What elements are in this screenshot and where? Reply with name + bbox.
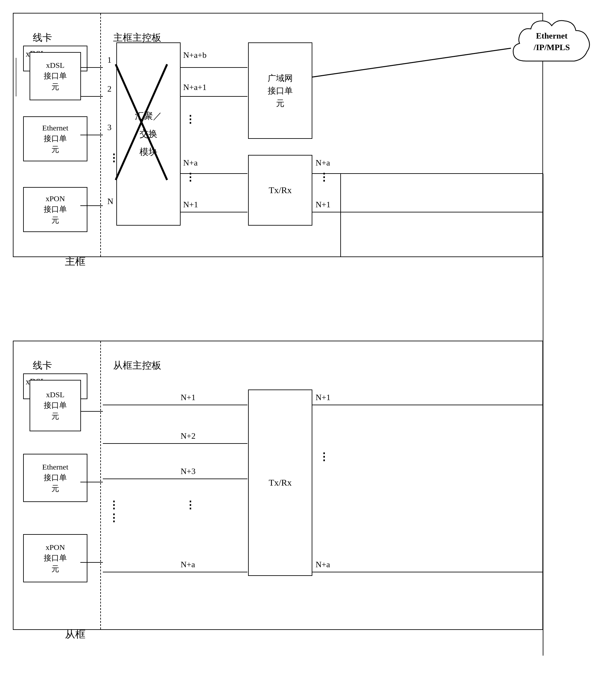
main-xpon-label: xPON接口单元 [44,193,67,226]
main-ethernet-box: Ethernet接口单元 [23,116,87,161]
main-wan-label: 广域网接口单元 [268,72,293,110]
sub-frame-bottom-label: 从框 [65,627,86,642]
main-port-Nab: N+a+b [183,50,206,60]
main-xdsl-inner-box: xDSL接口单元 [29,52,81,100]
main-frame-bottom-label: 主框 [65,255,86,269]
main-port-3: 3 [107,123,111,132]
main-port-N1-right: N+1 [315,200,330,210]
main-port-N: N [107,197,113,206]
main-txrx-label: Tx/Rx [269,185,292,195]
main-port-Na: N+a [183,158,198,168]
sub-ethernet-box: Ethernet接口单元 [23,454,87,502]
sub-port-Na-right: N+a [315,560,330,569]
sub-ellipsis-mid: ⋮ [185,499,196,511]
sub-ellipsis-left2: ⋮ [109,512,119,524]
sub-xpon-label: xPON接口单元 [44,542,67,575]
sub-ellipsis-right: ⋮ [319,451,330,463]
main-ellipsis-mid2: ⋮ [185,171,196,183]
main-switch-label: 汇聚／交换模块 [135,107,162,161]
sub-txrx-label: Tx/Rx [269,478,292,488]
sub-port-N2: N+2 [181,431,195,441]
cloud-shape: Ethernet/IP/MPLS [507,9,597,74]
main-port-N1: N+1 [183,200,198,210]
main-dashed-separator [100,14,101,256]
sub-linecard-label: 线卡 [33,359,52,372]
main-xpon-box: xPON接口单元 [23,187,87,232]
sub-xdsl-inner-box: xDSL接口单元 [29,380,81,431]
cloud-text: Ethernet/IP/MPLS [534,30,570,54]
main-ellipsis-mid: ⋮ [185,113,196,125]
main-port-1: 1 [107,55,111,65]
sub-port-N1-right: N+1 [315,393,330,402]
sub-port-Na: N+a [181,560,195,569]
sub-frame: 线卡 从框主控板 xDSL xDSL接口单元 Ethernet接口单元 xPON… [13,341,543,630]
sub-xpon-box: xPON接口单元 [23,534,87,582]
main-port-2: 2 [107,84,111,94]
main-linecard-label: 线卡 [33,31,52,44]
page-container: 线卡 主框主控板 xDSL xDSL接口单元 Ethernet接口单元 xPON… [0,0,616,690]
main-ellipsis-right: ⋮ [319,171,330,183]
main-switch-module-box: 汇聚／交换模块 [116,42,181,225]
sub-xdsl-inner-label: xDSL接口单元 [44,389,67,422]
main-txrx-box: Tx/Rx [248,155,312,225]
sub-txrx-box: Tx/Rx [248,389,312,576]
main-ethernet-label: Ethernet接口单元 [42,123,68,155]
main-frame: 线卡 主框主控板 xDSL xDSL接口单元 Ethernet接口单元 xPON… [13,13,543,257]
main-ellipsis-left: ⋮ [109,152,119,164]
cloud-label: Ethernet/IP/MPLS [534,31,570,52]
sub-port-N1: N+1 [181,393,195,402]
main-wan-box: 广域网接口单元 [248,42,312,139]
main-port-Na-right: N+a [315,158,330,168]
sub-mainboard-label: 从框主控板 [113,359,161,372]
sub-ethernet-label: Ethernet接口单元 [42,462,68,494]
sub-ellipsis-left: ⋮ [109,499,119,511]
sub-dashed-separator [100,341,101,629]
sub-port-N3: N+3 [181,467,195,476]
main-xdsl-inner-label: xDSL接口单元 [44,60,67,92]
main-port-Na1: N+a+1 [183,83,206,92]
